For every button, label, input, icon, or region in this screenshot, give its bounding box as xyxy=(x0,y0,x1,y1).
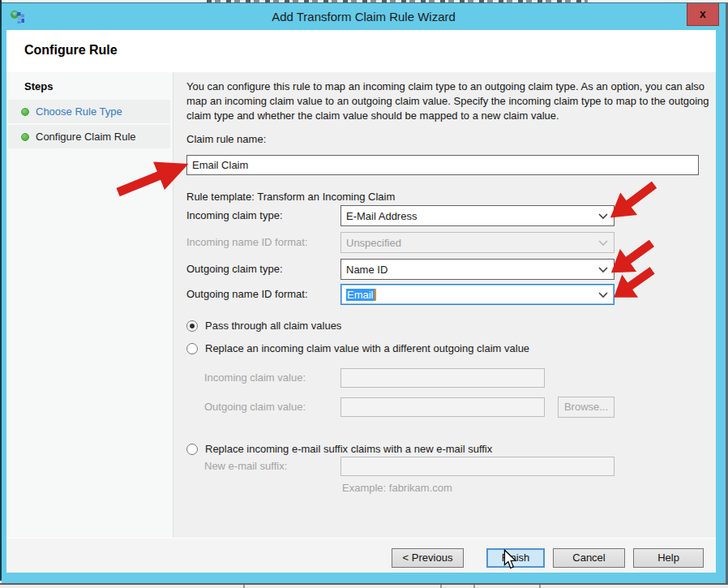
sidebar-item-configure-claim-rule: Configure Claim Rule xyxy=(8,125,170,148)
selected-combobox-text: Email xyxy=(346,289,375,301)
dialog-border-right xyxy=(716,30,726,573)
outgoing-claim-value-input xyxy=(340,397,545,417)
incoming-claim-type-combobox[interactable]: E-Mail Address xyxy=(340,205,615,226)
combobox-value: E-Mail Address xyxy=(346,210,417,222)
chevron-down-icon xyxy=(598,267,608,273)
outgoing-name-id-format-label: Outgoing name ID format: xyxy=(186,284,308,305)
new-email-suffix-label: New e-mail suffix: xyxy=(204,456,287,477)
combobox-value: Unspecified xyxy=(346,237,401,249)
radio-button-icon xyxy=(186,444,198,455)
incoming-name-id-format-combobox: Unspecified xyxy=(340,232,615,253)
chevron-down-icon xyxy=(598,240,608,247)
outgoing-claim-type-combobox[interactable]: Name ID xyxy=(340,259,615,280)
radio-button-icon xyxy=(186,343,198,354)
background-window-bottom-sliver xyxy=(0,583,728,588)
chevron-down-icon xyxy=(598,292,608,298)
incoming-name-id-format-label: Incoming name ID format: xyxy=(186,232,308,253)
background-column-line xyxy=(440,585,442,588)
outgoing-claim-value-label: Outgoing claim value: xyxy=(204,397,306,418)
sidebar-item-choose-rule-type[interactable]: Choose Rule Type xyxy=(8,100,170,123)
outgoing-claim-type-label: Outgoing claim type: xyxy=(186,259,283,280)
radio-replace-incoming-claim-value[interactable]: Replace an incoming claim value with a d… xyxy=(186,342,529,354)
radio-label: Replace incoming e-mail suffix claims wi… xyxy=(205,443,492,455)
browse-button: Browse... xyxy=(558,397,615,418)
chevron-down-icon xyxy=(598,213,608,220)
title-bar[interactable]: Add Transform Claim Rule Wizard x xyxy=(2,2,726,30)
step-label: Configure Claim Rule xyxy=(36,131,136,143)
dialog-border-bottom xyxy=(2,573,726,583)
page-title: Configure Rule xyxy=(24,43,118,58)
wizard-footer: < Previous Finish Cancel Help xyxy=(6,538,716,573)
radio-pass-through-all-claim-values[interactable]: Pass through all claim values xyxy=(186,320,341,332)
claim-rule-name-label: Claim rule name: xyxy=(186,129,266,150)
window-title: Add Transform Claim Rule Wizard xyxy=(2,10,726,24)
configure-rule-form: You can configure this rule to map an in… xyxy=(173,72,716,538)
close-x-icon: x xyxy=(700,7,706,20)
rule-description-text: You can configure this rule to map an in… xyxy=(186,79,713,123)
email-suffix-example-text: Example: fabrikam.com xyxy=(342,482,452,494)
cancel-button[interactable]: Cancel xyxy=(553,548,625,568)
finish-button[interactable]: Finish xyxy=(486,548,545,568)
incoming-claim-value-input xyxy=(340,368,545,388)
steps-heading: Steps xyxy=(24,80,53,92)
incoming-claim-type-label: Incoming claim type: xyxy=(186,205,283,226)
steps-sidebar: Steps Choose Rule Type Configure Claim R… xyxy=(6,72,173,538)
claim-rule-name-input[interactable] xyxy=(186,155,699,175)
outgoing-name-id-format-combobox[interactable]: Email xyxy=(340,284,615,305)
radio-label: Pass through all claim values xyxy=(205,320,341,332)
new-email-suffix-input xyxy=(340,457,615,476)
close-button[interactable]: x xyxy=(687,3,719,26)
background-column-line xyxy=(243,585,245,588)
combobox-value: Name ID xyxy=(346,264,388,276)
radio-replace-email-suffix[interactable]: Replace incoming e-mail suffix claims wi… xyxy=(186,443,492,455)
previous-button[interactable]: < Previous xyxy=(392,548,464,568)
incoming-claim-value-label: Incoming claim value: xyxy=(204,367,306,388)
step-label: Choose Rule Type xyxy=(36,105,122,118)
help-button[interactable]: Help xyxy=(633,548,704,568)
background-column-line xyxy=(473,585,475,588)
radio-button-icon xyxy=(186,320,198,332)
page-header: Configure Rule xyxy=(6,30,716,72)
text-caret xyxy=(375,289,376,301)
step-completed-green-dot-icon xyxy=(21,133,29,141)
radio-label: Replace an incoming claim value with a d… xyxy=(205,342,529,354)
background-column-line xyxy=(539,585,541,588)
step-completed-green-dot-icon xyxy=(21,108,29,116)
